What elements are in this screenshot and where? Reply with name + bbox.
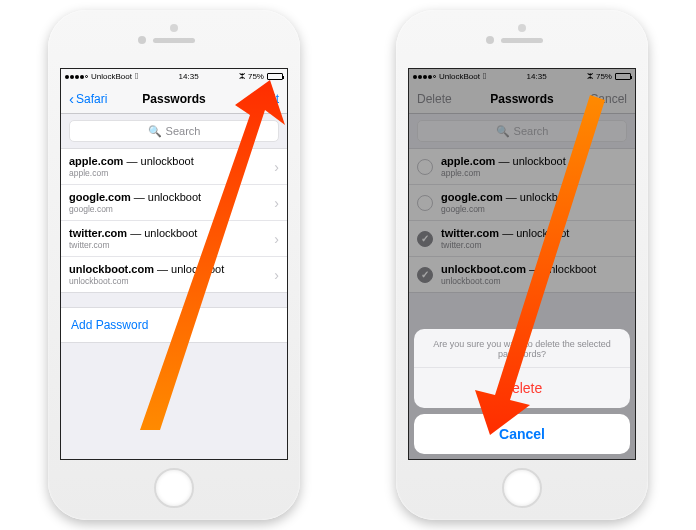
- screen-left: UnlockBoot 􀙇 14:35 ⵣ 75% ‹ Safari Passwo…: [60, 68, 288, 460]
- chevron-right-icon: ›: [274, 195, 279, 211]
- iphone-left: UnlockBoot 􀙇 14:35 ⵣ 75% ‹ Safari Passwo…: [48, 10, 300, 520]
- edit-button[interactable]: Edit: [258, 92, 279, 106]
- sheet-cancel-button[interactable]: Cancel: [414, 414, 630, 454]
- chevron-right-icon: ›: [274, 231, 279, 247]
- front-camera: [486, 36, 494, 44]
- front-camera: [138, 36, 146, 44]
- search-icon: 🔍: [148, 125, 162, 138]
- speaker: [153, 38, 195, 43]
- list-item[interactable]: twitter.com — unlockboot twitter.com ›: [61, 221, 287, 257]
- action-sheet: Are you sure you want to delete the sele…: [414, 329, 630, 454]
- carrier-label: UnlockBoot: [91, 72, 132, 81]
- wifi-icon: 􀙇: [135, 72, 138, 81]
- list-item[interactable]: google.com — unlockboot google.com ›: [61, 185, 287, 221]
- search-input[interactable]: 🔍 Search: [69, 120, 279, 142]
- sheet-message: Are you sure you want to delete the sele…: [414, 329, 630, 368]
- add-password-button[interactable]: Add Password: [61, 307, 287, 343]
- list-item[interactable]: unlockboot.com — unlockboot unlockboot.c…: [61, 257, 287, 292]
- chevron-right-icon: ›: [274, 267, 279, 283]
- iphone-right: UnlockBoot 􀙇 14:35 ⵣ 75% Delete Password…: [396, 10, 648, 520]
- home-button[interactable]: [502, 468, 542, 508]
- screen-right: UnlockBoot 􀙇 14:35 ⵣ 75% Delete Password…: [408, 68, 636, 460]
- bluetooth-icon: ⵣ: [239, 72, 245, 81]
- home-button[interactable]: [154, 468, 194, 508]
- back-label: Safari: [76, 92, 107, 106]
- nav-bar: ‹ Safari Passwords Edit: [61, 84, 287, 114]
- password-list: apple.com — unlockboot apple.com › googl…: [61, 148, 287, 293]
- sensor: [170, 24, 178, 32]
- sheet-delete-button[interactable]: Delete: [414, 368, 630, 408]
- chevron-right-icon: ›: [274, 159, 279, 175]
- search-placeholder: Search: [166, 125, 201, 137]
- speaker: [501, 38, 543, 43]
- signal-dots-icon: [65, 75, 88, 79]
- clock: 14:35: [179, 72, 199, 81]
- chevron-left-icon: ‹: [69, 91, 74, 106]
- back-button[interactable]: ‹ Safari: [69, 91, 107, 106]
- list-item[interactable]: apple.com — unlockboot apple.com ›: [61, 149, 287, 185]
- sensor: [518, 24, 526, 32]
- status-bar: UnlockBoot 􀙇 14:35 ⵣ 75%: [61, 69, 287, 84]
- battery-icon: [267, 73, 283, 80]
- battery-pct: 75%: [248, 72, 264, 81]
